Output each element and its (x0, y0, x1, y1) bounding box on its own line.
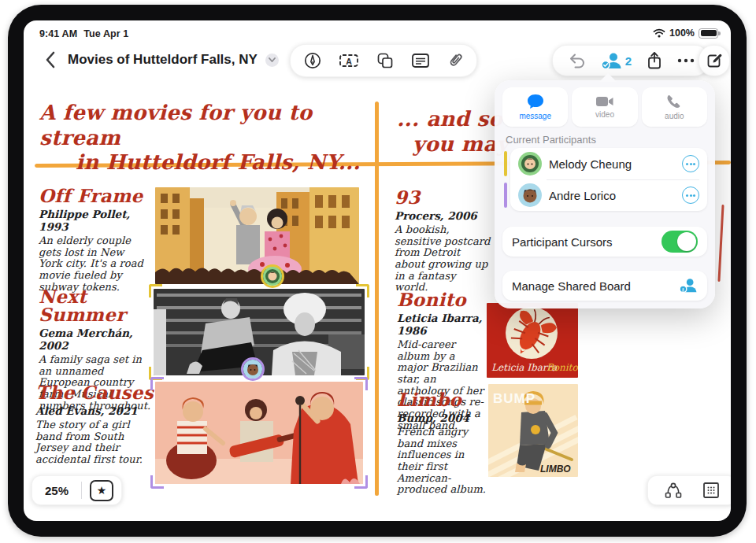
movie-title: Bonito (397, 290, 491, 308)
popover-actions-row: message video audio (502, 87, 707, 127)
message-bubble-icon (527, 94, 544, 109)
zoom-controls-pill: 25% ★ (32, 475, 122, 505)
video-camera-icon (595, 95, 614, 108)
popover-caret (599, 73, 617, 82)
movie-credit: Bump, 2004 (397, 412, 491, 424)
board-title: Movies of Hutteldorf Falls, NY (68, 52, 258, 68)
battery-percent: 100% (669, 28, 695, 39)
movie-title: Next Summer (39, 287, 163, 323)
movie-title: 93 (395, 188, 498, 206)
text-tool-button[interactable]: A (339, 52, 359, 69)
participant-options-button[interactable] (682, 187, 699, 204)
bump-title-text: BUMP (493, 391, 536, 406)
melody-avatar (263, 267, 282, 286)
actions-pill: 2 (552, 45, 710, 76)
status-time: 9:41 AM (39, 28, 77, 39)
back-button[interactable] (39, 48, 60, 72)
movie-credit: Philippe Pollet, 1993 (39, 208, 158, 233)
manage-shared-board-icon (679, 278, 698, 294)
movie-note-the-causes[interactable]: The Causes Aled Evans, 2021 The story of… (35, 383, 165, 466)
heading-left-line2: in Hutteldorf Falls, NY... (39, 150, 378, 175)
connector-button[interactable] (664, 481, 683, 500)
collaboration-icon (601, 52, 622, 70)
more-button[interactable] (677, 58, 695, 63)
phone-icon (666, 94, 682, 109)
new-board-button[interactable] (699, 45, 730, 76)
movie-credit: Leticia Ibarra, 1986 (397, 312, 491, 337)
status-bar-right: 100% (653, 28, 718, 39)
bonito-album-illustration: Leticia Ibarra Bonito (487, 303, 578, 378)
movie-note-93[interactable]: 93 Procers, 2006 A bookish, sensitive po… (395, 188, 498, 294)
canvas-heading-left[interactable]: A few movies for you to stream in Huttel… (39, 101, 378, 175)
movie-note-off-frame[interactable]: Off Frame Philippe Pollet, 1993 An elder… (39, 187, 158, 293)
more-ellipsis-icon (677, 58, 695, 63)
participant-cursor-melody (261, 264, 284, 288)
participant-options-button[interactable] (682, 155, 699, 172)
grid-button[interactable] (702, 481, 721, 500)
manage-shared-board-label: Manage Shared Board (512, 279, 679, 293)
freeform-app-screen: 9:41 AMTue Apr 1 100% Movies of Hutteldo… (24, 20, 731, 521)
participant-row-andre[interactable]: Andre Lorico (510, 179, 707, 211)
participants-count: 2 (625, 54, 632, 68)
ipad-bezel: 9:41 AMTue Apr 1 100% Movies of Hutteldo… (8, 5, 747, 537)
movie-title: Limbo (397, 390, 491, 408)
star-icon: ★ (97, 484, 107, 497)
melody-avatar (518, 152, 542, 175)
note-tool-button[interactable] (411, 53, 430, 68)
canvas-options-pill (647, 475, 731, 505)
collaboration-button[interactable]: 2 (601, 52, 632, 70)
message-button[interactable]: message (502, 87, 568, 127)
connector-icon (664, 481, 683, 500)
status-bar-left: 9:41 AMTue Apr 1 (39, 28, 135, 39)
battery-icon (699, 28, 718, 39)
zoom-level-button[interactable]: 25% (40, 484, 73, 497)
movie-description: The story of a girl band from South Jers… (35, 419, 154, 466)
share-button[interactable] (647, 51, 662, 70)
participants-card: Melody Cheung Andre Lorico (510, 148, 707, 211)
sticky-note-icon (411, 53, 430, 68)
audio-button[interactable]: audio (642, 87, 707, 127)
album-cover-bonito[interactable]: Leticia Ibarra Bonito (487, 303, 578, 378)
board-title-menu-button[interactable] (265, 54, 279, 67)
andre-accent-bar (504, 183, 507, 208)
movie-note-limbo[interactable]: Limbo Bump, 2004 French angry band mixes… (397, 390, 491, 496)
album-cover-bump[interactable]: BUMP LIMBO (488, 384, 578, 477)
current-participants-title: Current Participants (506, 134, 596, 146)
the-causes-illustration (155, 382, 363, 484)
favorite-star-button[interactable]: ★ (90, 480, 113, 501)
video-button[interactable]: video (572, 87, 637, 127)
movie-description: French angry band mixes influences in th… (397, 427, 488, 496)
status-date: Tue Apr 1 (83, 28, 128, 39)
bump-album-illustration: BUMP LIMBO (488, 384, 578, 477)
movie-still-off-frame[interactable] (155, 187, 359, 284)
movie-description: A bookish, sensitive postcard from Detro… (395, 224, 491, 294)
participant-cursors-toggle[interactable] (662, 231, 698, 253)
share-icon (647, 51, 662, 70)
participant-cursor-andre (241, 357, 265, 381)
paperclip-icon (447, 51, 464, 70)
zoom-pill-divider (81, 482, 82, 499)
draw-tool-button[interactable] (303, 51, 322, 70)
participant-cursors-row: Participant Cursors (502, 227, 707, 257)
andre-avatar (518, 183, 542, 207)
shapes-icon (376, 51, 395, 70)
chevron-down-icon (269, 57, 276, 62)
bonito-title-text: Bonito (547, 362, 578, 373)
participant-row-melody[interactable]: Melody Cheung (510, 148, 707, 179)
attachment-tool-button[interactable] (447, 51, 464, 70)
toolbar-title-row: Movies of Hutteldorf Falls, NY (39, 46, 279, 73)
andre-avatar (243, 360, 262, 379)
melody-accent-bar (504, 151, 507, 176)
manage-shared-board-row[interactable]: Manage Shared Board (502, 271, 707, 301)
movie-title: The Causes (35, 383, 165, 401)
message-label: message (519, 112, 551, 120)
red-ink-stroke[interactable] (717, 205, 724, 282)
movie-still-the-causes[interactable] (155, 382, 363, 484)
undo-icon (567, 52, 586, 69)
movie-credit: Gema Merchán, 2002 (39, 327, 163, 352)
shapes-tool-button[interactable] (376, 51, 395, 70)
bump-caption-text: LIMBO (540, 464, 571, 475)
undo-button[interactable] (567, 52, 586, 69)
participant-name: Andre Lorico (549, 189, 675, 202)
collaboration-popover: message video audio Current Participants (495, 80, 715, 308)
